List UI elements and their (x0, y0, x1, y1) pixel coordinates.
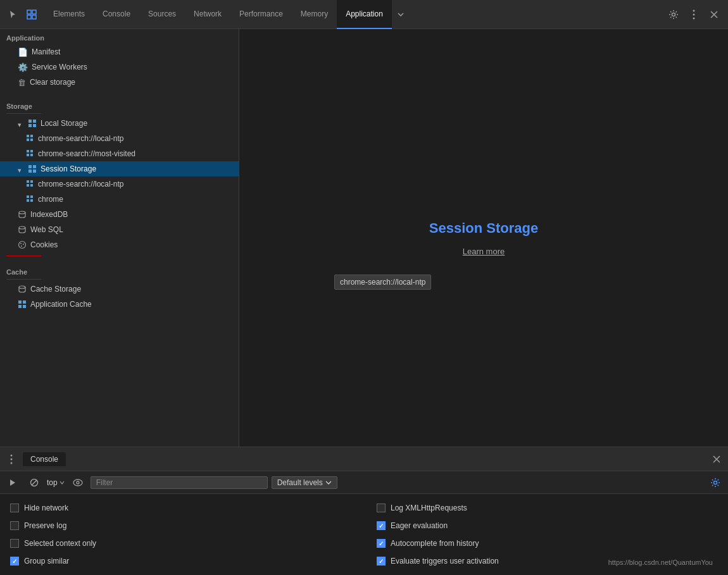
context-select-wrap[interactable]: top (47, 478, 65, 487)
more-tabs-icon[interactable] (392, 6, 410, 23)
default-levels-label: Default levels (277, 478, 323, 487)
panel-content: Session Storage Learn more (239, 29, 728, 447)
svg-rect-42 (23, 305, 26, 308)
context-select-chevron (59, 479, 65, 486)
session-storage-most-visited-label: chrome (38, 195, 63, 204)
svg-point-48 (73, 479, 82, 486)
console-panel: Console top (0, 447, 728, 575)
tab-memory[interactable]: Memory (292, 0, 337, 29)
hide-network-checkbox[interactable] (10, 504, 19, 512)
sidebar-item-local-storage[interactable]: Local Storage (0, 116, 239, 131)
svg-rect-19 (30, 154, 33, 156)
websql-label: Web SQL (30, 225, 63, 234)
option-hide-network: Hide network (10, 499, 351, 517)
sidebar-item-manifest[interactable]: 📄 Manifest (0, 44, 239, 59)
eye-icon[interactable] (69, 474, 87, 492)
svg-rect-11 (33, 124, 36, 127)
preserve-log-checkbox[interactable] (10, 521, 19, 530)
tab-application[interactable]: Application (337, 0, 392, 29)
service-workers-icon: ⚙️ (18, 63, 28, 72)
tab-bar: Elements Console Sources Network Perform… (0, 0, 728, 29)
svg-rect-26 (27, 184, 29, 187)
sidebar-item-application-cache[interactable]: Application Cache (0, 297, 239, 312)
cookies-label: Cookies (30, 240, 58, 249)
local-storage-ntp-label: chrome-search://local-ntp (38, 134, 123, 143)
console-tab[interactable]: Console (23, 452, 66, 466)
session-storage-ntp-icon (27, 180, 34, 188)
close-devtools-icon[interactable] (705, 6, 723, 23)
svg-rect-16 (27, 150, 29, 152)
storage-divider (6, 113, 41, 114)
svg-rect-17 (30, 150, 33, 152)
execute-icon[interactable] (4, 474, 22, 492)
tab-network[interactable]: Network (185, 0, 230, 29)
session-storage-chevron (18, 166, 24, 172)
svg-point-44 (11, 458, 13, 460)
tab-elements[interactable]: Elements (44, 0, 94, 29)
sidebar-item-session-storage-ntp[interactable]: chrome-search://local-ntp (0, 176, 239, 192)
context-select-value: top (47, 478, 58, 487)
group-similar-label: Group similar (24, 557, 69, 566)
learn-more-link[interactable]: Learn more (463, 247, 505, 256)
right-panel: chrome-search://local-ntp Session Storag… (239, 29, 728, 447)
tab-console[interactable]: Console (94, 0, 139, 29)
sidebar-item-session-storage[interactable]: Session Storage (0, 161, 239, 176)
element-picker-icon[interactable] (23, 6, 41, 23)
cookies-icon (18, 240, 27, 249)
svg-rect-28 (27, 195, 29, 198)
svg-rect-9 (33, 120, 36, 123)
sidebar-item-indexeddb[interactable]: IndexedDB (0, 207, 239, 222)
sidebar: Application 📄 Manifest ⚙️ Service Worker… (0, 29, 239, 447)
sidebar-item-cookies[interactable]: Cookies (0, 237, 239, 252)
sidebar-item-local-storage-most-visited[interactable]: chrome-search://most-visited (0, 146, 239, 161)
console-toolbar: top Default levels (0, 471, 728, 494)
evaluate-triggers-checkbox[interactable] (377, 557, 386, 566)
svg-rect-30 (27, 199, 29, 202)
svg-rect-23 (33, 170, 36, 173)
filter-input[interactable] (91, 476, 268, 489)
option-group-similar: Group similar (10, 552, 351, 570)
svg-point-34 (19, 242, 26, 249)
default-levels-select[interactable]: Default levels (272, 476, 337, 489)
svg-rect-2 (27, 15, 31, 19)
selected-context-checkbox[interactable] (10, 539, 19, 548)
svg-rect-31 (30, 199, 33, 202)
cursor-icon[interactable] (4, 6, 22, 23)
session-storage-ntp-label: chrome-search://local-ntp (38, 180, 123, 189)
option-autocomplete: Autocomplete from history (377, 535, 718, 552)
local-storage-icon (28, 119, 37, 128)
block-icon[interactable] (25, 474, 43, 492)
group-similar-checkbox[interactable] (10, 557, 19, 566)
close-console-icon[interactable] (708, 450, 725, 468)
main-content: Application 📄 Manifest ⚙️ Service Worker… (0, 29, 728, 447)
settings-icon[interactable] (665, 6, 682, 23)
websql-icon (18, 225, 27, 234)
svg-point-50 (714, 481, 717, 484)
preserve-log-label: Preserve log (24, 521, 66, 530)
svg-rect-0 (27, 10, 31, 14)
console-settings-icon[interactable] (706, 474, 724, 492)
sidebar-item-local-storage-ntp[interactable]: chrome-search://local-ntp (0, 131, 239, 146)
more-options-icon[interactable] (685, 6, 703, 23)
eager-eval-checkbox[interactable] (377, 521, 386, 530)
sidebar-item-session-storage-most-visited[interactable]: chrome (0, 192, 239, 207)
autocomplete-checkbox[interactable] (377, 539, 386, 548)
local-storage-most-visited-label: chrome-search://most-visited (38, 149, 135, 158)
svg-point-37 (21, 245, 22, 247)
sidebar-item-websql[interactable]: Web SQL (0, 222, 239, 237)
svg-rect-18 (27, 154, 29, 156)
svg-rect-1 (32, 10, 36, 14)
service-workers-label: Service Workers (32, 63, 87, 71)
eager-eval-label: Eager evaluation (391, 521, 448, 530)
tab-sources[interactable]: Sources (139, 0, 185, 29)
option-selected-context: Selected context only (10, 535, 351, 552)
sidebar-item-service-workers[interactable]: ⚙️ Service Workers (0, 59, 239, 75)
clear-storage-icon: 🗑 (18, 78, 26, 87)
console-more-icon[interactable] (3, 450, 20, 468)
sidebar-item-cache-storage[interactable]: Cache Storage (0, 281, 239, 297)
svg-rect-14 (27, 139, 29, 141)
tab-performance[interactable]: Performance (230, 0, 292, 29)
sidebar-item-clear-storage[interactable]: 🗑 Clear storage (0, 75, 239, 90)
indexeddb-label: IndexedDB (30, 210, 68, 219)
log-xmlhttp-checkbox[interactable] (377, 504, 386, 512)
